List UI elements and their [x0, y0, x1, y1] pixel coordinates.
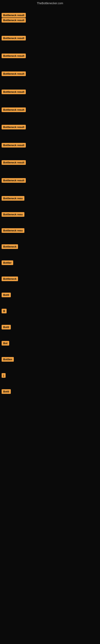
bottleneck-badge-9[interactable]: Bottleneck result: [1, 143, 26, 148]
bottleneck-badge-14[interactable]: Bottleneck resu: [1, 228, 24, 233]
bottleneck-item-11: Bottleneck result: [0, 178, 26, 184]
bottleneck-item-17: Bottleneck: [0, 276, 18, 282]
bottleneck-item-18: Bottl: [0, 292, 11, 298]
bottleneck-item-2: Bottleneck result: [0, 18, 26, 23]
bottleneck-badge-24[interactable]: Bottl: [1, 389, 11, 394]
bottleneck-badge-12[interactable]: Bottleneck resu: [1, 196, 24, 201]
bottleneck-badge-1[interactable]: Bottleneck result: [1, 13, 26, 18]
bottleneck-item-21: Bot: [0, 341, 9, 346]
bottleneck-badge-8[interactable]: Bottleneck result: [1, 125, 26, 130]
bottleneck-item-7: Bottleneck result: [0, 108, 26, 113]
bottleneck-item-3: Bottleneck result: [0, 36, 26, 41]
bottleneck-item-15: Bottleneck: [0, 244, 18, 250]
bottleneck-badge-7[interactable]: Bottleneck result: [1, 108, 26, 112]
bottleneck-badge-4[interactable]: Bottleneck result: [1, 54, 26, 58]
bottleneck-badge-11[interactable]: Bottleneck result: [1, 178, 26, 183]
bottleneck-item-24: Bottl: [0, 389, 11, 395]
bottleneck-item-4: Bottleneck result: [0, 54, 26, 59]
bottleneck-badge-22[interactable]: Bottlen: [1, 357, 14, 362]
bottleneck-badge-21[interactable]: Bot: [1, 341, 9, 346]
bottleneck-badge-5[interactable]: Bottleneck result: [1, 72, 26, 76]
bottleneck-badge-17[interactable]: Bottleneck: [1, 276, 18, 281]
bottleneck-item-9: Bottleneck result: [0, 143, 26, 148]
bottleneck-item-16: Bottler: [0, 260, 13, 266]
bottleneck-item-20: Bottl: [0, 325, 11, 330]
bottleneck-badge-20[interactable]: Bottl: [1, 325, 11, 330]
bottleneck-badge-3[interactable]: Bottleneck result: [1, 36, 26, 40]
bottleneck-item-8: Bottleneck result: [0, 125, 26, 130]
bottleneck-item-23: |: [0, 373, 6, 378]
site-title: TheBottlenecker.com: [0, 0, 100, 7]
bottleneck-item-14: Bottleneck resu: [0, 228, 24, 234]
bottleneck-badge-23[interactable]: |: [1, 373, 6, 378]
bottleneck-badge-16[interactable]: Bottler: [1, 260, 13, 265]
bottleneck-badge-19[interactable]: B: [1, 309, 7, 313]
bottleneck-item-1: Bottleneck result: [0, 13, 26, 18]
bottleneck-item-10: Bottleneck result: [0, 160, 26, 166]
bottleneck-badge-10[interactable]: Bottleneck result: [1, 160, 26, 165]
bottleneck-badge-2[interactable]: Bottleneck result: [1, 18, 26, 22]
bottleneck-badge-13[interactable]: Bottleneck resu: [1, 212, 24, 217]
bottleneck-item-13: Bottleneck resu: [0, 212, 24, 218]
bottleneck-item-6: Bottleneck result: [0, 90, 26, 95]
bottleneck-item-19: B: [0, 309, 7, 314]
page-wrapper: TheBottlenecker.com Bottleneck resultBot…: [0, 0, 100, 610]
bottleneck-badge-15[interactable]: Bottleneck: [1, 244, 18, 249]
bottleneck-item-12: Bottleneck resu: [0, 196, 24, 202]
bottleneck-item-5: Bottleneck result: [0, 72, 26, 77]
items-container: Bottleneck resultBottleneck resultBottle…: [0, 7, 100, 610]
bottleneck-item-22: Bottlen: [0, 357, 14, 362]
bottleneck-badge-18[interactable]: Bottl: [1, 292, 11, 297]
bottleneck-badge-6[interactable]: Bottleneck result: [1, 90, 26, 94]
